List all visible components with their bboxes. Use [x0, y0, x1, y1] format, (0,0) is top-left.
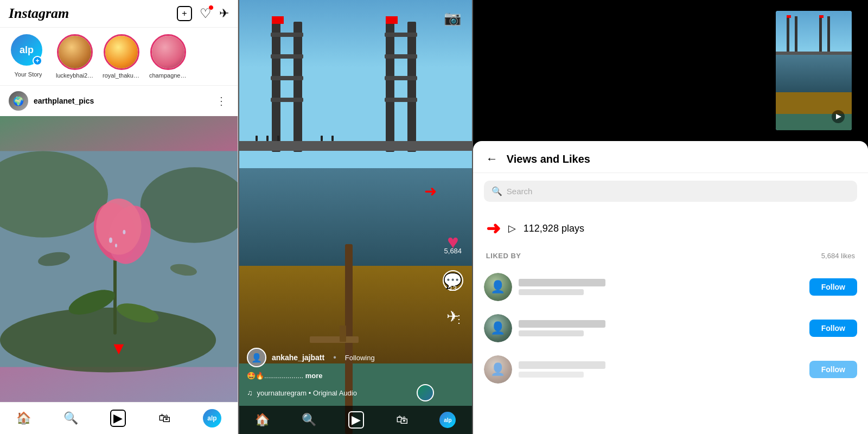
reel-red-arrow: ➜: [424, 182, 437, 200]
svg-point-10: [109, 238, 112, 243]
liked-by-count: 5,684 likes: [821, 252, 855, 260]
svg-point-11: [123, 230, 125, 234]
svg-rect-39: [272, 16, 284, 24]
svg-rect-33: [353, 141, 472, 151]
user-name-3: [519, 361, 605, 369]
svg-rect-51: [827, 16, 830, 54]
reel-nav-search-button[interactable]: 🔍: [302, 413, 316, 427]
svg-rect-40: [386, 16, 398, 24]
nav-profile-button[interactable]: alp: [203, 409, 221, 427]
post-image: ▼: [0, 116, 238, 402]
svg-rect-17: [239, 168, 472, 266]
add-story-badge: +: [33, 56, 42, 66]
reel-audio-avatar: [417, 384, 434, 401]
reel-comments-count: 13: [449, 284, 457, 292]
svg-rect-30: [385, 54, 417, 59]
nav-shop-button[interactable]: 🛍: [158, 411, 170, 425]
reel-likes-count: 5,684: [444, 247, 462, 255]
svg-rect-24: [271, 76, 303, 80]
svg-rect-21: [293, 22, 302, 152]
reel-like-button[interactable]: ♥ 5,684: [444, 231, 462, 255]
sheet-title: Views and Likes: [507, 153, 590, 165]
svg-rect-22: [271, 33, 303, 37]
heart-icon: ♡: [200, 6, 212, 21]
post-image-svg: [0, 116, 238, 402]
liked-by-header: LIKED BY 5,684 likes: [473, 247, 868, 266]
nav-home-button[interactable]: 🏠: [16, 411, 31, 425]
reel-nav-reels-button[interactable]: ▶: [348, 411, 364, 429]
user-avatar-2: 👤: [484, 314, 512, 342]
svg-point-3: [0, 308, 216, 372]
post-username: earthplanet_pics: [34, 97, 94, 105]
reel-nav-shop-button[interactable]: 🛍: [396, 413, 408, 427]
plays-count: 112,928 plays: [524, 223, 584, 234]
views-likes-panel: ← Views and Likes 🔍 Search ➜ ▷ 112,928 p…: [473, 0, 868, 434]
liked-by-label: LIKED BY: [486, 252, 521, 260]
svg-rect-55: [819, 15, 824, 18]
reel-user-row: 👤 ankahe_jajbatt • Following: [247, 348, 434, 367]
story-username-4: champagnep...: [149, 72, 187, 79]
stories-row: alp + Your Story luckeybhai20... royal_t…: [0, 28, 238, 86]
story-item-4[interactable]: champagnep...: [149, 34, 188, 79]
svg-rect-20: [272, 22, 280, 152]
svg-rect-29: [385, 33, 417, 37]
svg-rect-25: [271, 98, 303, 102]
follow-button-1[interactable]: Follow: [809, 278, 857, 296]
svg-rect-42: [310, 336, 359, 343]
story-item-3[interactable]: royal_thakur_...: [102, 34, 141, 79]
user-sub-3: [519, 372, 584, 378]
svg-rect-28: [407, 22, 416, 152]
story-item-2[interactable]: luckeybhai20...: [55, 34, 94, 79]
list-item: 👤 Follow: [473, 349, 868, 390]
follow-button-2[interactable]: Follow: [809, 320, 857, 337]
plays-red-arrow: ➜: [486, 218, 501, 239]
svg-rect-49: [795, 16, 797, 54]
mini-video-thumbnail: [776, 11, 852, 130]
svg-rect-4: [113, 248, 117, 335]
svg-rect-52: [776, 52, 814, 55]
new-post-button[interactable]: +: [177, 6, 192, 21]
list-item: 👤 Follow: [473, 266, 868, 308]
reel-nav-home-button[interactable]: 🏠: [255, 413, 270, 427]
reel-audio-row: ♫ yournaturegram • Original Audio: [247, 384, 434, 401]
reel-more-label[interactable]: more: [305, 372, 323, 380]
follow-button-3[interactable]: Follow: [809, 361, 857, 378]
svg-rect-31: [385, 76, 417, 80]
user-sub-2: [519, 330, 584, 336]
nav-reels-button[interactable]: ▶: [110, 410, 126, 427]
post-options-button[interactable]: ⋮: [214, 94, 229, 107]
svg-rect-43: [340, 326, 346, 342]
sheet-header: ← Views and Likes: [473, 141, 868, 173]
svg-rect-45: [776, 54, 852, 92]
feed-header: Instagram + ♡ ✈: [0, 0, 238, 28]
reel-comment-button[interactable]: 💬 13: [443, 270, 463, 292]
play-icon: ▷: [508, 222, 516, 234]
search-icon: 🔍: [492, 186, 502, 196]
svg-rect-53: [814, 52, 852, 55]
reel-info: 👤 ankahe_jajbatt • Following 🤩🔥.........…: [247, 348, 434, 401]
views-likes-sheet: ← Views and Likes 🔍 Search ➜ ▷ 112,928 p…: [473, 141, 868, 434]
messenger-icon: ✈: [219, 7, 229, 20]
svg-rect-26: [239, 141, 359, 151]
reel-nav-profile-button[interactable]: alp: [439, 412, 456, 428]
search-bar[interactable]: 🔍 Search: [484, 181, 857, 202]
search-input[interactable]: Search: [507, 187, 533, 196]
story-username: Your Story: [15, 71, 42, 78]
your-story-avatar: alp +: [11, 34, 42, 66]
svg-rect-50: [819, 16, 822, 54]
camera-button[interactable]: 📷: [444, 10, 461, 27]
plays-row: ➜ ▷ 112,928 plays: [473, 209, 868, 247]
reel-options-button[interactable]: ⋮: [454, 312, 464, 326]
reel-audio-text: yournaturegram • Original Audio: [257, 389, 356, 397]
nav-search-button[interactable]: 🔍: [63, 411, 78, 425]
reel-following-label: Following: [345, 354, 375, 362]
user-sub-1: [519, 289, 584, 295]
messenger-button[interactable]: ✈: [219, 7, 229, 21]
your-story-item[interactable]: alp + Your Story: [9, 34, 48, 79]
svg-rect-48: [787, 16, 789, 54]
reel-bottom-nav: 🏠 🔍 ▶ 🛍 alp: [239, 406, 472, 434]
svg-rect-34: [256, 136, 258, 141]
notifications-button[interactable]: ♡: [200, 6, 212, 21]
reel-caption: 🤩🔥.................... more: [247, 372, 434, 380]
back-button[interactable]: ←: [486, 152, 498, 166]
